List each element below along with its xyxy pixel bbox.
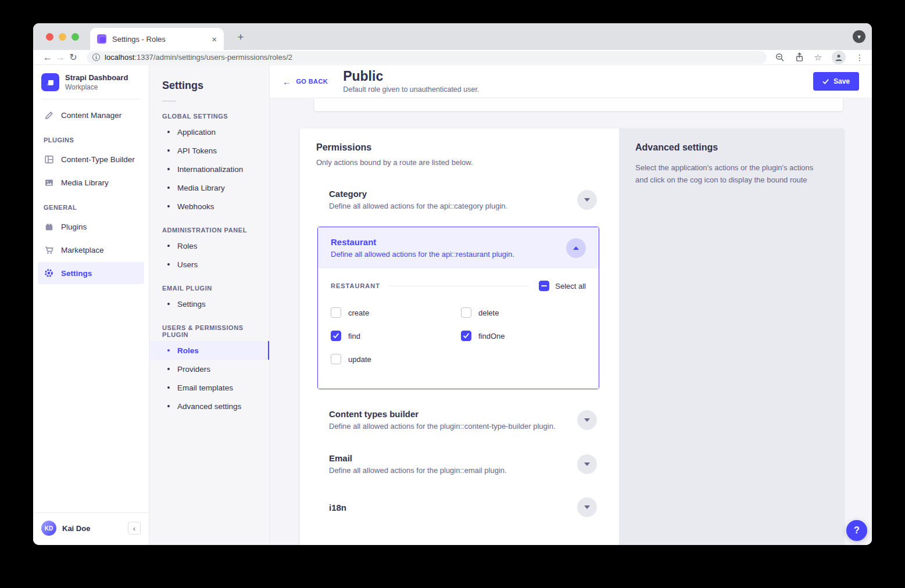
browser-tab[interactable]: Settings - Roles × [90,28,224,50]
subnav-item-up-roles[interactable]: Roles [149,341,269,360]
accordion-category[interactable]: Category Define all allowed actions for … [316,189,603,210]
subnav-item-label: Media Library [177,184,225,192]
workspace-brand[interactable]: Strapi Dashboard Workplace [33,65,149,98]
tab-strip: Settings - Roles × + ▾ [33,23,872,50]
sidebar-item-settings[interactable]: Settings [38,262,144,284]
strapi-logo-icon [41,73,59,91]
subnav-item-providers[interactable]: Providers [149,360,269,378]
accordion-email[interactable]: Email Define all allowed actions for the… [316,453,603,475]
new-tab-button[interactable]: + [234,30,248,44]
sidebar-item-media-library[interactable]: Media Library [38,171,144,193]
subnav-item-email-templates[interactable]: Email templates [149,378,269,397]
role-details-card-edge [314,98,843,111]
expand-email-button[interactable] [577,454,597,474]
cart-icon [44,245,54,255]
permission-find[interactable]: find [331,331,461,341]
zoom-out-icon[interactable] [775,52,785,62]
permissions-card: Permissions Only actions bound by a rout… [300,128,844,545]
delete-checkbox[interactable] [461,307,471,318]
advanced-settings-panel: Advanced settings Select the application… [619,128,844,545]
workspace-title: Strapi Dashboard [65,73,128,82]
accordion-description: Define all allowed actions for the api::… [329,202,507,210]
select-all-control[interactable]: Select all [539,281,586,291]
brand-text: Strapi Dashboard Workplace [65,73,128,91]
sidebar-item-content-manager[interactable]: Content Manager [38,104,144,126]
permission-create[interactable]: create [331,307,461,318]
subnav-item-webhooks[interactable]: Webhooks [149,197,269,216]
user-name[interactable]: Kai Doe [62,524,90,533]
go-back-link[interactable]: ← GO BACK [282,77,328,87]
gear-icon [44,268,54,278]
subnav-item-label: Webhooks [177,202,214,211]
minimize-window-button[interactable] [59,33,66,41]
browser-profile-icon[interactable] [832,51,846,64]
sidebar-item-marketplace[interactable]: Marketplace [38,239,144,261]
site-info-icon[interactable]: i [92,53,100,61]
subnav-item-label: Settings [177,300,206,309]
bullet-dot [167,303,170,305]
permission-findone[interactable]: findOne [461,331,586,341]
accordion-name: Content types builder [329,409,556,419]
sidebar-item-label: Content Manager [61,111,121,120]
subnav-item-label: API Tokens [177,146,217,155]
traffic-lights [46,33,79,41]
tab-title: Settings - Roles [112,35,207,44]
bookmark-star-icon[interactable]: ☆ [814,52,822,63]
subnav-item-email-settings[interactable]: Settings [149,295,269,313]
accordion-description: Define all allowed actions for the plugi… [329,466,507,475]
sidebar-item-label: Settings [61,269,92,278]
collapse-sidebar-button[interactable]: ‹ [128,522,141,535]
browser-menu-icon[interactable]: ⋮ [856,53,864,62]
sidebar-item-content-type-builder[interactable]: Content-Type Builder [38,148,144,170]
picture-icon [44,177,54,188]
divider [41,99,141,99]
share-icon[interactable] [795,52,804,62]
subnav-item-media-library[interactable]: Media Library [149,178,269,197]
subnav-item-admin-roles[interactable]: Roles [149,236,269,255]
address-bar[interactable]: i localhost:1337/admin/settings/users-pe… [87,51,767,64]
zoom-window-button[interactable] [71,33,79,41]
avatar[interactable]: KD [41,521,56,536]
bullet-dot [167,386,170,389]
sidebar-section-plugins: PLUGINS [44,137,149,144]
expand-content-types-builder-button[interactable] [577,410,597,430]
subnav-item-internationalization[interactable]: Internationalization [149,160,269,178]
subnav-item-label: Roles [177,242,198,250]
close-tab-icon[interactable]: × [212,34,217,44]
permissions-checkbox-grid: create delete find [331,307,586,364]
accordion-content-types-builder[interactable]: Content types builder Define all allowed… [316,409,603,431]
create-checkbox[interactable] [331,307,341,318]
save-button[interactable]: Save [813,72,859,91]
save-label: Save [834,77,850,85]
bullet-dot [167,368,170,370]
expand-category-button[interactable] [577,190,597,210]
help-button[interactable]: ? [846,520,867,541]
role-title-block: Public Default role given to unauthentic… [343,69,479,94]
subnav-item-api-tokens[interactable]: API Tokens [149,141,269,160]
divider [389,286,530,286]
sidebar-item-plugins[interactable]: Plugins [38,216,144,238]
select-all-checkbox[interactable] [539,281,549,291]
close-window-button[interactable] [46,33,53,41]
update-checkbox[interactable] [331,354,341,364]
restaurant-group-row: RESTAURANT Select all [331,281,586,291]
back-icon[interactable]: ← [41,52,54,63]
find-checkbox[interactable] [331,331,341,341]
subnav-item-label: Email templates [177,383,233,392]
advanced-settings-heading: Advanced settings [635,142,828,153]
reload-icon[interactable]: ↻ [67,52,80,63]
collapse-restaurant-button[interactable] [566,238,586,258]
permission-label: find [348,332,360,340]
subnav-item-label: Roles [177,346,199,355]
group-label: RESTAURANT [331,282,380,289]
permission-delete[interactable]: delete [461,307,586,318]
subnav-item-application[interactable]: Application [149,123,269,141]
permission-update[interactable]: update [331,354,461,364]
tab-search-icon[interactable]: ▾ [853,30,865,43]
subnav-item-advanced-settings[interactable]: Advanced settings [149,397,269,415]
subnav-item-admin-users[interactable]: Users [149,255,269,274]
accordion-restaurant-header[interactable]: Restaurant Define all allowed actions fo… [318,227,599,268]
expand-i18n-button[interactable] [577,497,597,517]
findone-checkbox[interactable] [461,331,471,341]
accordion-i18n[interactable]: i18n [316,497,603,517]
